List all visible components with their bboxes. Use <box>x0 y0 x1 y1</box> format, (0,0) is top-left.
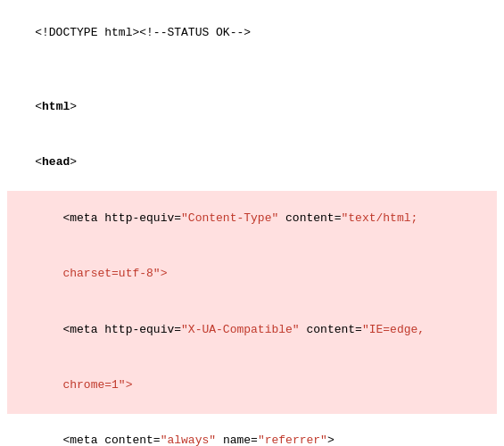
line-empty <box>7 61 497 79</box>
line-head: <head> <box>7 136 497 191</box>
line-meta-ua-2: chrome=1"> <box>7 358 497 413</box>
line-meta-referrer: <meta content="always" name="referrer"> <box>7 414 497 446</box>
line-html: <html> <box>7 79 497 135</box>
line-meta-ua: <meta http-equiv="X-UA-Compatible" conte… <box>7 302 497 358</box>
status-comment: <!--STATUS OK--> <box>139 26 251 39</box>
line-meta-content-type-2: charset=utf-8"> <box>7 246 497 301</box>
line-meta-content-type: <meta http-equiv="Content-Type" content=… <box>7 191 497 246</box>
code-viewer: <!DOCTYPE html><!--STATUS OK--> <html> <… <box>0 0 504 446</box>
doctype-tag: <!DOCTYPE html> <box>35 26 139 39</box>
line-doctype: <!DOCTYPE html><!--STATUS OK--> <box>7 5 497 61</box>
